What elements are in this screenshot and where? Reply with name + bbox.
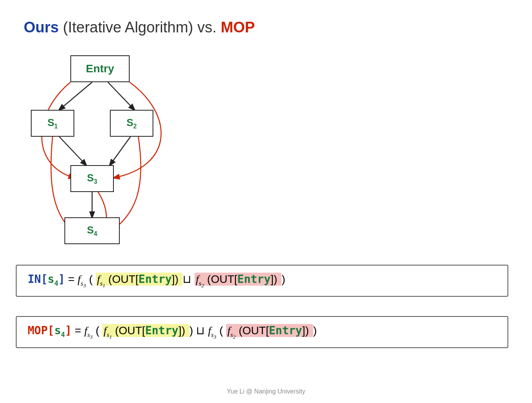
formula-in: IN[s4] = fs3 ( fs1 (OUT[Entry]) ⊔ fs2 (O… bbox=[16, 265, 508, 297]
page-title: Ours (Iterative Algorithm) vs. MOP bbox=[24, 19, 255, 36]
formula2-lhs: MOP[s4] bbox=[28, 324, 72, 337]
svg-line-3 bbox=[110, 137, 130, 165]
node-s4: S4 bbox=[64, 217, 120, 244]
svg-line-0 bbox=[59, 82, 92, 110]
title-ours: Ours bbox=[24, 19, 59, 36]
title-mop: MOP bbox=[221, 19, 255, 36]
node-s1: S1 bbox=[31, 110, 74, 137]
node-entry: Entry bbox=[70, 55, 130, 82]
formula2-highlight2: fs2 (OUT[Entry]) bbox=[226, 324, 313, 337]
title-middle: (Iterative Algorithm) vs. bbox=[59, 19, 221, 36]
formula2-highlight1: fs1 (OUT[Entry]) bbox=[102, 324, 189, 337]
node-s3: S3 bbox=[70, 165, 114, 192]
formula-mop: MOP[s4] = fs3 ( fs1 (OUT[Entry]) ) ⊔ fs3… bbox=[16, 316, 508, 348]
formula1-highlight2: fs2 (OUT[Entry]) bbox=[194, 273, 281, 286]
node-s2: S2 bbox=[110, 110, 153, 137]
svg-line-1 bbox=[108, 82, 134, 110]
formula1-lhs: IN[s4] bbox=[28, 273, 65, 286]
footer: Yue Li @ Nanjing University bbox=[227, 388, 306, 395]
formula1-highlight1: fs1 (OUT[Entry]) bbox=[96, 273, 183, 286]
cfg-diagram: Entry S1 S2 S3 S4 bbox=[24, 51, 190, 253]
svg-line-2 bbox=[59, 137, 86, 165]
